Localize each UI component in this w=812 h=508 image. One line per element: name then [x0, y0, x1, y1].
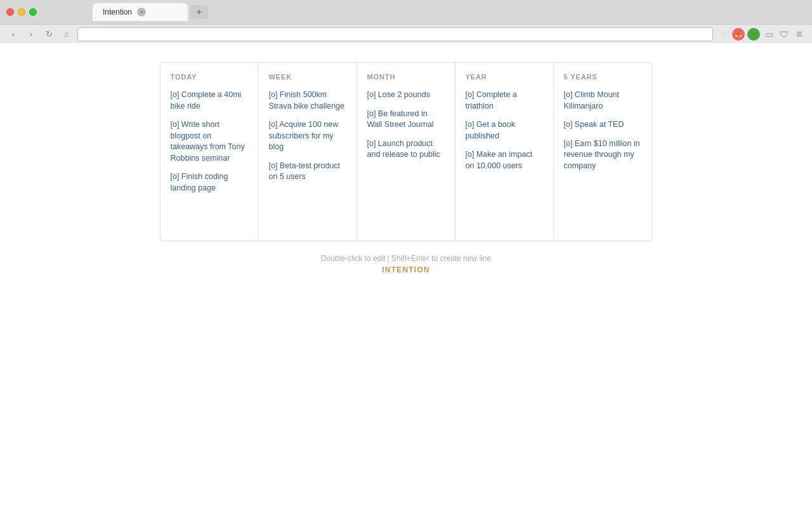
- minimize-button[interactable]: [18, 8, 25, 16]
- refresh-button[interactable]: ↻: [42, 27, 56, 41]
- goal-item-year-0[interactable]: [o] Complete a triathlon: [466, 90, 543, 112]
- page-content: TODAY[o] Complete a 40mi bike ride[o] Wr…: [0, 43, 812, 508]
- screen-icon[interactable]: ▭: [763, 28, 775, 41]
- column-header-today: TODAY: [171, 73, 248, 81]
- tab-close-button[interactable]: ×: [137, 8, 146, 17]
- hint-area: Double-click to edit | Shift+Enter to cr…: [321, 254, 491, 274]
- forward-button[interactable]: ›: [24, 27, 38, 41]
- firefox-icon[interactable]: 🦊: [732, 28, 745, 41]
- column-year: YEAR[o] Complete a triathlon[o] Get a bo…: [455, 63, 554, 241]
- columns-container: TODAY[o] Complete a 40mi bike ride[o] Wr…: [160, 62, 653, 241]
- address-bar[interactable]: [77, 27, 713, 41]
- goal-item-five_years-0[interactable]: [o] Climb Mount Kilimanjaro: [564, 90, 642, 112]
- goal-item-week-1[interactable]: [o] Acquire 100 new subscribers for my b…: [269, 119, 346, 153]
- goal-item-month-1[interactable]: [o] Be featured in Wall Street Journal: [367, 109, 445, 131]
- traffic-lights: [6, 8, 37, 16]
- goal-item-year-1[interactable]: [o] Get a book published: [466, 119, 543, 142]
- goal-item-today-0[interactable]: [o] Complete a 40mi bike ride: [171, 90, 248, 112]
- brand-label: INTENTION: [321, 265, 491, 274]
- goal-item-month-0[interactable]: [o] Lose 2 pounds: [367, 90, 445, 101]
- close-button[interactable]: [6, 8, 14, 16]
- column-header-week: WEEK: [269, 73, 346, 81]
- browser-icons: ☆ 🦊 🌿 ▭ 🛡 ≡: [717, 28, 806, 41]
- menu-button[interactable]: ≡: [793, 28, 806, 41]
- column-header-month: MONTH: [367, 73, 445, 81]
- goal-item-week-0[interactable]: [o] Finish 500km Strava bike challenge: [269, 90, 346, 112]
- active-tab[interactable]: Intention ×: [93, 3, 188, 21]
- goal-item-five_years-1[interactable]: [o] Speak at TED: [564, 119, 642, 131]
- goal-item-year-2[interactable]: [o] Make an impact on 10,000 users: [466, 149, 543, 171]
- nav-bar: ‹ › ↻ ⌂ ☆ 🦊 🌿 ▭ 🛡 ≡: [0, 24, 812, 43]
- tab-bar: Intention × +: [93, 3, 208, 21]
- title-bar: Intention × +: [0, 0, 812, 24]
- new-tab-button[interactable]: +: [190, 5, 208, 19]
- shield-icon[interactable]: 🛡: [778, 28, 790, 41]
- goal-item-today-1[interactable]: [o] Write short blogpost on takeaways fr…: [171, 119, 248, 164]
- column-today: TODAY[o] Complete a 40mi bike ride[o] Wr…: [160, 63, 259, 241]
- home-button[interactable]: ⌂: [60, 27, 74, 41]
- goal-item-today-2[interactable]: [o] Finish coding landing page: [171, 171, 248, 194]
- tab-title: Intention: [103, 8, 132, 17]
- browser-chrome: Intention × + ‹ › ↻ ⌂ ☆ 🦊 🌿 ▭ 🛡 ≡: [0, 0, 812, 43]
- column-month: MONTH[o] Lose 2 pounds[o] Be featured in…: [357, 63, 455, 241]
- url-input[interactable]: [83, 30, 707, 39]
- goal-item-five_years-2[interactable]: [o] Earn $10 million in revenue through …: [564, 138, 642, 172]
- column-header-five_years: 5 YEARS: [564, 73, 642, 81]
- column-week: WEEK[o] Finish 500km Strava bike challen…: [259, 63, 357, 241]
- goal-item-week-2[interactable]: [o] Beta-test product on 5 users: [269, 161, 346, 183]
- column-header-year: YEAR: [466, 73, 543, 81]
- maximize-button[interactable]: [29, 8, 37, 16]
- column-five_years: 5 YEARS[o] Climb Mount Kilimanjaro[o] Sp…: [554, 63, 652, 241]
- extension-icon-1[interactable]: 🌿: [747, 28, 760, 41]
- bookmark-icon[interactable]: ☆: [717, 28, 730, 41]
- goal-item-month-2[interactable]: [o] Launch product and release to public: [367, 138, 445, 161]
- hint-line1: Double-click to edit | Shift+Enter to cr…: [321, 254, 491, 263]
- back-button[interactable]: ‹: [6, 27, 20, 41]
